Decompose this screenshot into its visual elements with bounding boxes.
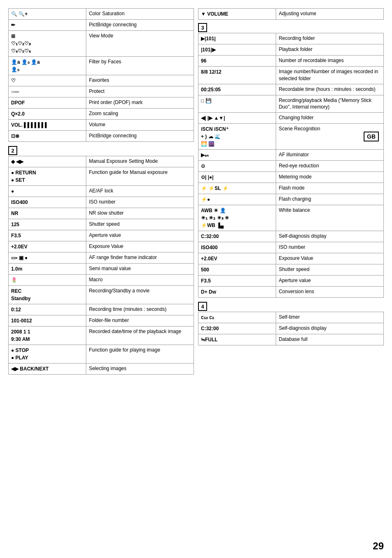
description-cell: Self-timer [276,312,384,323]
symbol-cell: VOL. ▌▌▌▌▌▌▌ [9,120,86,131]
description-cell: Aperture value [86,230,194,241]
description-cell: Recordable time (hours : minutes : secon… [276,84,384,95]
description-cell: Flash mode [276,183,384,194]
symbol-cell: ⊡⊗ [9,131,86,142]
table-row: 1.0m Semi manual value [9,264,194,275]
section4-header: 4 [198,302,384,312]
description-cell: Favorites [86,75,194,86]
description-cell: Function guide for playing image [86,345,194,364]
symbol-cell: ● [9,186,86,197]
table-row: ⊞ ♡₁♡₂♡₃ ♡₄♡₅♡₆ View Mode [9,31,194,57]
symbol-cell: ≒FULL [198,334,276,345]
gb-badge: GB [364,132,379,141]
description-cell: Volume [86,120,194,131]
description-cell: Function guide for Manual exposure [86,167,194,186]
description-cell: Image number/Number of images recorded i… [276,67,384,84]
symbol-cell: F3.5 [198,276,276,287]
table-row: ◀| |▶ ▲▼| Changing folder [198,113,384,124]
table-row: 00:25:05 Recordable time (hours : minute… [198,84,384,95]
table-row: iSCN iSCN⁺ + ) ☁ 🌊 🌅 🌆 Scene Recognition [198,124,384,150]
volume-row: ▼ VOLUME Adjusting volume [198,9,384,20]
description-cell: PictBridge connecting [86,131,194,142]
symbol-cell: ○— [9,86,86,97]
symbol-cell: +2.0EV [198,253,276,264]
symbol-cell: 00:25:05 [198,84,276,95]
table-row: ISO400 ISO number [9,197,194,208]
description-cell: Folder-file number [86,315,194,326]
table-row: Q×2.0 Zoom scaling [9,109,194,120]
symbol-cell: ▭▪ ▣ ● [9,252,86,264]
description-cell: PictBridge connecting [86,20,194,31]
symbol-cell: ⊞ ♡₁♡₂♡₃ ♡₄♡₅♡₆ [9,31,86,57]
table-row: 0:12 Recording time (minutes : seconds) [9,304,194,315]
description-cell: Number of recordable images [276,56,384,67]
symbol-cell: iSCN iSCN⁺ + ) ☁ 🌊 🌅 🌆 [198,124,276,150]
description-cell: Red-eye reduction [276,161,384,172]
symbol-cell: ♡ [9,75,86,86]
table-row: 2008 1 1 9:30 AM Recorded date/time of t… [9,326,194,345]
table-row: ♡ Favorites [9,75,194,86]
volume-table: ▼ VOLUME Adjusting volume [198,8,384,20]
description-cell: Database full [276,334,384,345]
symbol-cell: ◀| |▶ ▲▼| [198,113,276,124]
description-cell: AE/AF lock [86,186,194,197]
symbol-cell: 👤a 👤₀ 👤a 👤₀ [9,57,86,75]
description-cell: AF illuminator [276,150,384,161]
description-cell: Recording time (minutes : seconds) [86,304,194,315]
table-row: ISO400 ISO number [198,242,384,253]
symbol-cell: REC Standby [9,286,86,304]
table-row: NR NR slow shutter [9,208,194,219]
description-cell: Exposure Value [276,253,384,264]
table-row: ▶ₒₙ AF illuminator [198,150,384,161]
volume-symbol: ▼ VOLUME [198,9,276,20]
table-row: 96 Number of recordable images [198,56,384,67]
table-row: ▶|101| Recording folder [198,33,384,44]
section2-header: 2 [8,146,194,156]
description-cell: Recording folder [276,33,384,44]
description-cell: Self-diagnosis display [276,231,384,242]
description-cell: ISO number [86,197,194,208]
table-row: AWB ☀ 👤 ☀₁ ☀₂ ☀₃ ✳ ⚡WB ▐▄ White balance [198,205,384,231]
volume-description: Adjusting volume [276,9,384,20]
table-row: ⚡● Flash charging [198,194,384,205]
symbol-cell: C:32:00 [198,231,276,242]
symbol-cell: +2.0EV [9,241,86,252]
symbol-cell: 101-0012 [9,315,86,326]
table-row: ● STOP ● PLAY Function guide for playing… [9,345,194,364]
table-row: C:32:00 Self-diagnosis display [198,231,384,242]
top-table: 🔍 🔍+ Color Saturation ✏ PictBridge conne… [8,8,194,142]
symbol-cell: |101|▶ [198,44,276,56]
table-row: D+ Dw Conversion lens [198,287,384,298]
description-cell: Recorded date/time of the playback image [86,326,194,345]
table-row: 🔍 🔍+ Color Saturation [9,9,194,20]
symbol-cell: ◆ ◀▶ [9,156,86,167]
section3-table: ▶|101| Recording folder |101|▶ Playback … [198,33,384,298]
symbol-cell: ⚡ ⚡SL ⚡ [198,183,276,194]
symbol-cell: NR [9,208,86,219]
table-row: F3.5 Aperture value [198,276,384,287]
description-cell: View Mode [86,31,194,57]
symbol-cell: 96 [198,56,276,67]
symbol-cell: 2008 1 1 9:30 AM [9,326,86,345]
table-row: ≒FULL Database full [198,334,384,345]
symbol-cell: DPOF [9,97,86,109]
table-row: ⊡⊗ PictBridge connecting [9,131,194,142]
description-cell: Shutter speed [86,219,194,230]
table-row: ◀▶ BACK/NEXT Selecting images [9,364,194,375]
description-cell: Macro [86,275,194,286]
description-cell: Color Saturation [86,9,194,20]
description-cell: Metering mode [276,172,384,183]
description-cell: ISO number [276,242,384,253]
symbol-cell: ● RETURN ● SET [9,167,86,186]
description-cell: Aperture value [276,276,384,287]
symbol-cell: D+ Dw [198,287,276,298]
description-cell: Recording/playback Media ("Memory Stick … [276,95,384,113]
symbol-cell: C:32:00 [198,323,276,334]
table-row: □ 💾 Recording/playback Media ("Memory St… [198,95,384,113]
table-row: C:32:00 Self-diagnosis display [198,323,384,334]
symbol-cell: ✏ [9,20,86,31]
symbol-cell: 8/8 12/12 [198,67,276,84]
symbol-cell: 500 [198,264,276,276]
symbol-cell: ▶|101| [198,33,276,44]
table-row: ○— Protect [9,86,194,97]
